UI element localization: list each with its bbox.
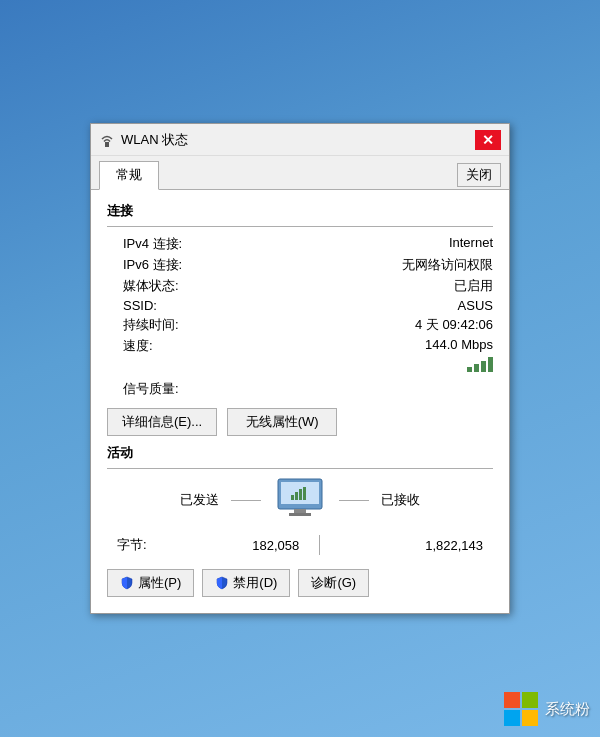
details-button[interactable]: 详细信息(E)...: [107, 408, 217, 436]
bytes-row: 字节: 182,058 1,822,143: [107, 531, 493, 559]
ssid-label: SSID:: [123, 298, 288, 313]
svg-rect-7: [299, 489, 302, 500]
speed-label: 速度:: [123, 337, 288, 372]
bytes-recv-value: 1,822,143: [340, 538, 483, 553]
signal-label: 信号质量:: [123, 380, 179, 398]
svg-rect-10: [522, 692, 538, 708]
wlan-status-dialog: WLAN 状态 ✕ 常规 关闭 连接 IPv4 连接: Internet IPv…: [90, 123, 510, 614]
action-buttons: 属性(P) 禁用(D) 诊断(G): [107, 569, 493, 597]
wireless-properties-button[interactable]: 无线属性(W): [227, 408, 337, 436]
tab-bar: 常规 关闭: [91, 156, 509, 190]
title-bar-left: WLAN 状态: [99, 131, 188, 149]
wlan-title-icon: [99, 132, 115, 148]
svg-rect-0: [105, 142, 109, 147]
connection-info-grid: IPv4 连接: Internet IPv6 连接: 无网络访问权限 媒体状态:…: [123, 235, 493, 372]
svg-rect-3: [294, 509, 306, 513]
connection-divider: [107, 226, 493, 227]
svg-rect-5: [291, 495, 294, 500]
ipv4-label: IPv4 连接:: [123, 235, 288, 253]
activity-divider: [107, 468, 493, 469]
bytes-divider: [319, 535, 320, 555]
svg-rect-4: [289, 513, 311, 516]
network-line-right: [339, 500, 369, 501]
dialog-content: 连接 IPv4 连接: Internet IPv6 连接: 无网络访问权限 媒体…: [91, 190, 509, 613]
close-button[interactable]: ✕: [475, 130, 501, 150]
ipv4-value: Internet: [296, 235, 493, 253]
tab-general[interactable]: 常规: [99, 161, 159, 190]
diagnose-button[interactable]: 诊断(G): [298, 569, 369, 597]
shield-icon-disable: [215, 576, 229, 590]
network-line-left: [231, 500, 261, 501]
computer-icon: [273, 477, 327, 523]
connection-buttons: 详细信息(E)... 无线属性(W): [107, 408, 493, 436]
ssid-value: ASUS: [296, 298, 493, 313]
svg-rect-9: [504, 692, 520, 708]
media-label: 媒体状态:: [123, 277, 288, 295]
sent-label: 已发送: [180, 491, 219, 509]
activity-section: 活动 已发送: [107, 444, 493, 559]
watermark-area: 系统粉: [503, 691, 590, 727]
svg-rect-12: [522, 710, 538, 726]
ipv6-label: IPv6 连接:: [123, 256, 288, 274]
ipv6-value: 无网络访问权限: [296, 256, 493, 274]
duration-label: 持续时间:: [123, 316, 288, 334]
activity-network-visual: 已发送: [107, 477, 493, 523]
svg-rect-11: [504, 710, 520, 726]
computer-icon-container: [273, 477, 327, 523]
recv-label: 已接收: [381, 491, 420, 509]
connection-section-title: 连接: [107, 202, 493, 220]
properties-button[interactable]: 属性(P): [107, 569, 194, 597]
shield-icon-properties: [120, 576, 134, 590]
activity-section-title: 活动: [107, 444, 493, 462]
watermark-text: 系统粉: [545, 700, 590, 719]
duration-value: 4 天 09:42:06: [296, 316, 493, 334]
signal-quality-row: 信号质量:: [123, 380, 493, 398]
close-tab-link[interactable]: 关闭: [457, 163, 501, 187]
disable-button[interactable]: 禁用(D): [202, 569, 290, 597]
svg-rect-6: [295, 492, 298, 500]
bytes-label: 字节:: [117, 536, 147, 554]
bytes-sent-value: 182,058: [157, 538, 300, 553]
speed-value: 144.0 Mbps: [296, 337, 493, 372]
dialog-title: WLAN 状态: [121, 131, 188, 149]
windows-logo: [503, 691, 539, 727]
title-bar: WLAN 状态 ✕: [91, 124, 509, 156]
media-value: 已启用: [296, 277, 493, 295]
svg-rect-8: [303, 487, 306, 500]
